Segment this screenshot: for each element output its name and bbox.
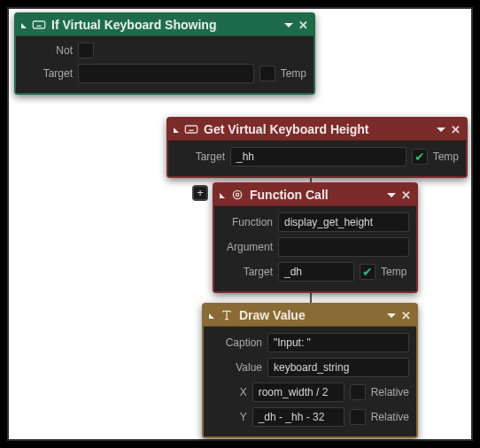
- close-icon[interactable]: ✕: [451, 124, 461, 135]
- node-get-virtual-keyboard-height[interactable]: Get Virtual Keyboard Height ✕ Target _hh…: [166, 117, 468, 178]
- caption-label: Caption: [211, 336, 262, 349]
- node-body: Caption "Input: " Value keyboard_string …: [204, 327, 416, 436]
- target-input[interactable]: _dh: [278, 262, 354, 282]
- relative-label: Relative: [371, 386, 409, 398]
- close-icon[interactable]: ✕: [401, 310, 411, 321]
- node-titlebar[interactable]: Function Call ✕: [214, 184, 416, 206]
- node-titlebar[interactable]: If Virtual Keyboard Showing ✕: [16, 14, 314, 36]
- node-title: If Virtual Keyboard Showing: [51, 18, 216, 32]
- relative-label: Relative: [371, 411, 409, 423]
- chevron-down-icon[interactable]: [387, 313, 396, 318]
- target-label: Target: [221, 266, 273, 278]
- temp-checkbox[interactable]: ✔: [360, 264, 375, 280]
- temp-label: Temp: [281, 67, 306, 80]
- collapse-icon[interactable]: [21, 23, 27, 28]
- collapse-icon[interactable]: [220, 193, 225, 198]
- chevron-down-icon[interactable]: [284, 23, 293, 27]
- node-title: Function Call: [250, 188, 329, 202]
- node-body: Function display_get_height Argument Tar…: [214, 206, 416, 291]
- temp-checkbox[interactable]: ✔: [259, 66, 275, 81]
- value-label: Value: [211, 361, 262, 374]
- node-function-call[interactable]: Function Call ✕ Function display_get_hei…: [213, 182, 418, 293]
- node-titlebar[interactable]: Draw Value ✕: [204, 305, 416, 327]
- collapse-icon[interactable]: [209, 313, 214, 319]
- x-input[interactable]: room_width / 2: [252, 382, 345, 402]
- not-checkbox[interactable]: ✔: [78, 42, 94, 58]
- y-input[interactable]: _dh - _hh - 32: [252, 407, 345, 427]
- gear-icon: [230, 188, 244, 202]
- y-relative-checkbox[interactable]: ✔: [350, 409, 366, 425]
- graph-canvas[interactable]: If Virtual Keyboard Showing ✕ Not ✔ Targ…: [7, 7, 473, 441]
- svg-point-12: [233, 190, 241, 198]
- value-input[interactable]: keyboard_string: [267, 358, 409, 377]
- collapse-icon[interactable]: [174, 127, 179, 133]
- svg-rect-0: [33, 21, 44, 28]
- svg-point-13: [236, 193, 238, 196]
- keyboard-icon: [32, 18, 46, 32]
- caption-input[interactable]: "Input: ": [267, 333, 409, 352]
- node-body: Target _hh ✔ Temp: [168, 141, 466, 176]
- node-if-virtual-keyboard-showing[interactable]: If Virtual Keyboard Showing ✕ Not ✔ Targ…: [14, 12, 315, 95]
- target-label: Target: [23, 67, 73, 80]
- temp-label: Temp: [381, 266, 406, 278]
- target-input[interactable]: [78, 64, 254, 83]
- argument-label: Argument: [221, 241, 273, 253]
- x-relative-checkbox[interactable]: ✔: [350, 384, 366, 400]
- node-body: Not ✔ Target ✔ Temp: [16, 36, 314, 93]
- node-title: Get Virtual Keyboard Height: [204, 122, 368, 136]
- target-label: Target: [175, 151, 225, 163]
- temp-checkbox[interactable]: ✔: [412, 149, 428, 165]
- close-icon[interactable]: ✕: [401, 189, 411, 201]
- add-node-button[interactable]: +: [192, 185, 208, 201]
- node-titlebar[interactable]: Get Virtual Keyboard Height ✕: [168, 119, 466, 141]
- not-label: Not: [23, 44, 73, 57]
- chevron-down-icon[interactable]: [387, 193, 396, 197]
- x-label: X: [211, 386, 247, 398]
- keyboard-icon: [184, 122, 198, 136]
- function-input[interactable]: display_get_height: [278, 212, 409, 232]
- temp-label: Temp: [433, 151, 459, 163]
- chevron-down-icon[interactable]: [437, 127, 445, 132]
- y-label: Y: [211, 411, 247, 423]
- close-icon[interactable]: ✕: [298, 19, 308, 31]
- function-label: Function: [221, 216, 273, 228]
- node-title: Draw Value: [239, 308, 306, 322]
- node-draw-value[interactable]: Draw Value ✕ Caption "Input: " Value key…: [202, 303, 418, 438]
- text-icon: [220, 308, 234, 322]
- argument-input[interactable]: [278, 237, 409, 257]
- target-input[interactable]: _hh: [230, 147, 406, 166]
- svg-rect-6: [185, 126, 197, 133]
